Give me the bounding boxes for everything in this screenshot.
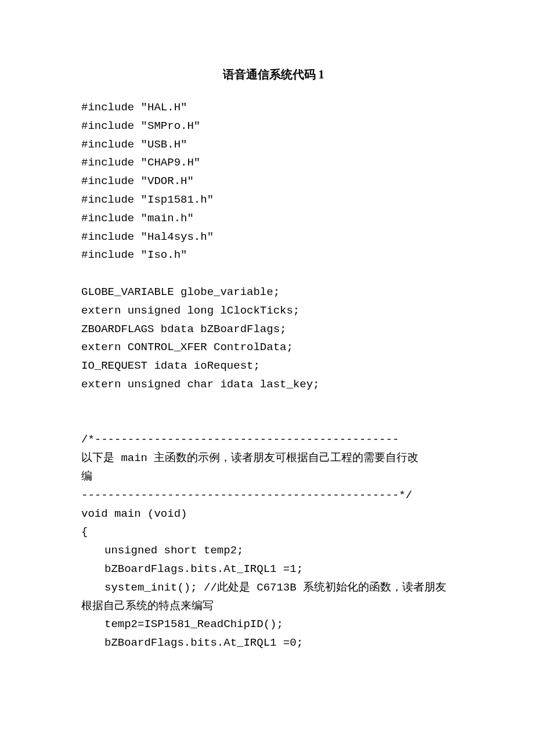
include-line: #include "Isp1581.h" — [81, 191, 466, 210]
blank-line — [81, 394, 466, 413]
comment-line: /*--------------------------------------… — [81, 431, 466, 449]
include-line: #include "Hal4sys.h" — [81, 228, 466, 247]
declaration-line: ZBOARDFLAGS bdata bZBoardFlags; — [81, 321, 466, 339]
comment-line: 编 — [81, 468, 466, 487]
body-line: bZBoardFlags.bits.At_IRQL1 =0; — [81, 634, 466, 653]
include-line: #include "main.h" — [81, 210, 466, 228]
include-line: #include "VDOR.H" — [81, 172, 466, 191]
include-line: #include "SMPro.H" — [81, 117, 466, 136]
main-signature: void main (void) — [81, 505, 466, 524]
body-line: temp2=ISP1581_ReadChipID(); — [81, 615, 466, 634]
body-line: bZBoardFlags.bits.At_IRQL1 =1; — [81, 560, 466, 579]
comment-line: 以下是 main 主函数的示例，读者朋友可根据自己工程的需要自行改 — [81, 449, 466, 468]
blank-line — [81, 265, 466, 283]
comment-line: ----------------------------------------… — [81, 487, 466, 505]
include-line: #include "CHAP9.H" — [81, 154, 466, 172]
document-page: 语音通信系统代码 1 #include "HAL.H" #include "SM… — [0, 0, 534, 653]
declaration-line: GLOBE_VARIABLE globe_variable; — [81, 283, 466, 302]
body-line-wrap: 根据自己系统的特点来编写 — [81, 597, 466, 616]
brace-open: { — [81, 523, 466, 542]
document-title: 语音通信系统代码 1 — [81, 67, 466, 82]
include-line: #include "Iso.h" — [81, 246, 466, 265]
blank-line — [81, 413, 466, 431]
include-line: #include "HAL.H" — [81, 99, 466, 117]
declaration-line: extern CONTROL_XFER ControlData; — [81, 339, 466, 357]
declaration-line: IO_REQUEST idata ioRequest; — [81, 357, 466, 376]
declaration-line: extern unsigned char idata last_key; — [81, 376, 466, 394]
include-line: #include "USB.H" — [81, 136, 466, 154]
body-line: unsigned short temp2; — [81, 542, 466, 560]
declaration-line: extern unsigned long lClockTicks; — [81, 302, 466, 321]
body-line: system_init(); //此处是 C6713B 系统初始化的函数，读者朋… — [81, 579, 466, 597]
